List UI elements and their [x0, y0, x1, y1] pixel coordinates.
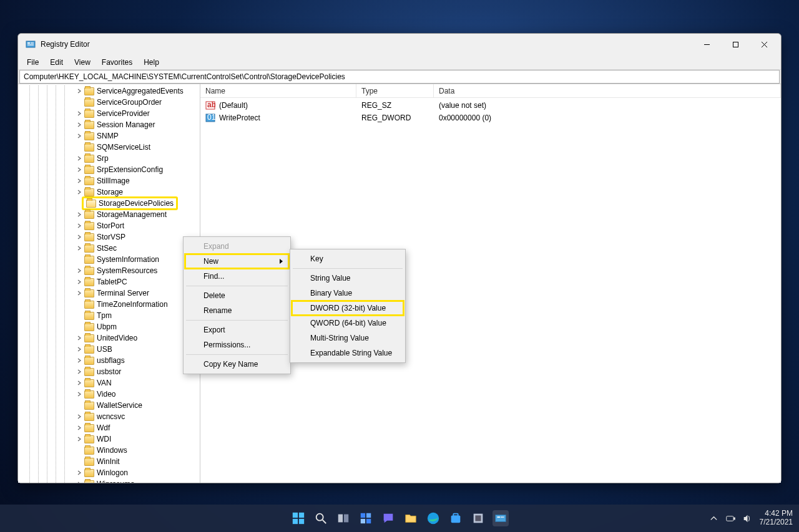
tree-node[interactable]: StorageDevicePolicies: [18, 198, 200, 209]
tree-node[interactable]: wcncsvc: [18, 411, 200, 422]
tree-node[interactable]: StorVSP: [18, 231, 200, 243]
menu-item[interactable]: Multi-String Value: [292, 331, 404, 346]
tree-node[interactable]: WinInit: [18, 456, 200, 467]
menu-item[interactable]: New: [185, 254, 289, 269]
menu-item[interactable]: Export: [185, 322, 289, 337]
tree-node[interactable]: StorageManagement: [18, 209, 200, 220]
chevron-right-icon[interactable]: [76, 211, 83, 218]
chevron-right-icon[interactable]: [76, 132, 83, 140]
chevron-right-icon[interactable]: [76, 346, 83, 353]
chevron-right-icon[interactable]: [76, 188, 83, 196]
minimize-button[interactable]: [692, 35, 721, 54]
chevron-right-icon[interactable]: [76, 267, 83, 274]
tree-node[interactable]: ServiceProvider: [18, 108, 200, 119]
chevron-right-icon[interactable]: [76, 480, 83, 483]
context-menu[interactable]: ExpandNewFind...DeleteRenameExportPermis…: [183, 236, 291, 374]
context-submenu-new[interactable]: KeyString ValueBinary ValueDWORD (32-bit…: [290, 249, 406, 363]
tree-node[interactable]: WDI: [18, 433, 200, 445]
chevron-right-icon[interactable]: [76, 177, 83, 185]
tree-node[interactable]: Video: [18, 389, 200, 400]
chat-icon[interactable]: [380, 510, 396, 526]
tree-node[interactable]: Session Manager: [18, 119, 200, 130]
tree-node[interactable]: USB: [18, 344, 200, 355]
tree-node[interactable]: TabletPC: [18, 276, 200, 288]
chevron-right-icon[interactable]: [76, 155, 83, 162]
menu-edit[interactable]: Edit: [45, 57, 68, 68]
tree-node[interactable]: usbstor: [18, 366, 200, 377]
chevron-right-icon[interactable]: [76, 278, 83, 286]
tree-node[interactable]: Tpm: [18, 310, 200, 321]
tree-node[interactable]: Winresume: [18, 478, 200, 483]
tree-node[interactable]: Winlogon: [18, 467, 200, 478]
menu-item[interactable]: QWORD (64-bit) Value: [292, 316, 404, 331]
tree-node[interactable]: SystemResources: [18, 265, 200, 276]
tree-node[interactable]: Ubpm: [18, 321, 200, 332]
chevron-right-icon[interactable]: [76, 334, 83, 342]
menu-item[interactable]: Delete: [185, 288, 289, 303]
store-icon[interactable]: [448, 510, 464, 526]
chevron-right-icon[interactable]: [76, 244, 83, 252]
chevron-right-icon[interactable]: [76, 121, 83, 128]
tree-node[interactable]: StillImage: [18, 175, 200, 186]
chevron-right-icon[interactable]: [76, 110, 83, 117]
menu-item[interactable]: Key: [292, 251, 404, 266]
battery-icon[interactable]: [726, 514, 735, 523]
menu-favorites[interactable]: Favorites: [97, 57, 137, 68]
value-row[interactable]: ab(Default)REG_SZ(value not set): [200, 99, 781, 112]
chevron-right-icon[interactable]: [76, 413, 83, 420]
tree-node[interactable]: ServiceGroupOrder: [18, 97, 200, 108]
tree-node[interactable]: UnitedVideo: [18, 332, 200, 344]
explorer-icon[interactable]: [403, 510, 419, 526]
chevron-right-icon[interactable]: [76, 424, 83, 432]
tree-node[interactable]: Windows: [18, 445, 200, 456]
chevron-right-icon[interactable]: [76, 390, 83, 398]
tree-node[interactable]: StorPort: [18, 220, 200, 231]
chevron-right-icon[interactable]: [76, 435, 83, 443]
col-type[interactable]: Type: [356, 84, 434, 97]
taskbar[interactable]: 4:42 PM 7/21/2021: [0, 505, 799, 532]
tree-node[interactable]: SrpExtensionConfig: [18, 164, 200, 175]
address-bar[interactable]: Computer\HKEY_LOCAL_MACHINE\SYSTEM\Curre…: [19, 70, 780, 84]
tree-node[interactable]: ServiceAggregatedEvents: [18, 85, 200, 97]
menu-item[interactable]: Find...: [185, 269, 289, 284]
settings-icon[interactable]: [470, 510, 486, 526]
chevron-right-icon[interactable]: [76, 289, 83, 297]
list-header[interactable]: Name Type Data: [200, 84, 781, 98]
taskbar-clock[interactable]: 4:42 PM 7/21/2021: [760, 510, 793, 527]
close-button[interactable]: [750, 35, 778, 54]
widgets-icon[interactable]: [358, 510, 374, 526]
tree-node[interactable]: SNMP: [18, 130, 200, 142]
system-tray[interactable]: 4:42 PM 7/21/2021: [709, 505, 793, 532]
start-icon[interactable]: [290, 510, 306, 526]
menu-item[interactable]: Permissions...: [185, 337, 289, 352]
chevron-right-icon[interactable]: [76, 222, 83, 230]
tree-node[interactable]: SystemInformation: [18, 254, 200, 265]
volume-icon[interactable]: [743, 514, 752, 523]
menu-view[interactable]: View: [69, 57, 96, 68]
tree-node[interactable]: StSec: [18, 243, 200, 254]
tree-node[interactable]: SQMServiceList: [18, 142, 200, 153]
tree-node[interactable]: WalletService: [18, 400, 200, 411]
edge-icon[interactable]: [425, 510, 441, 526]
menu-item[interactable]: String Value: [292, 271, 404, 286]
menu-item[interactable]: Copy Key Name: [185, 357, 289, 372]
menu-file[interactable]: File: [22, 57, 44, 68]
menu-item[interactable]: Rename: [185, 303, 289, 318]
chevron-right-icon[interactable]: [76, 166, 83, 173]
titlebar[interactable]: Registry Editor: [18, 34, 781, 55]
tree-node[interactable]: Terminal Server: [18, 288, 200, 299]
value-row[interactable]: 011WriteProtectREG_DWORD0x00000000 (0): [200, 112, 781, 124]
chevron-right-icon[interactable]: [76, 379, 83, 387]
tree-pane[interactable]: ServiceAggregatedEventsServiceGroupOrder…: [18, 84, 200, 483]
chevron-right-icon[interactable]: [76, 357, 83, 364]
search-icon[interactable]: [313, 510, 329, 526]
regedit-taskbar-icon[interactable]: [493, 510, 509, 526]
maximize-button[interactable]: [721, 35, 750, 54]
menu-item[interactable]: DWORD (32-bit) Value: [292, 301, 404, 316]
tree-node[interactable]: Srp: [18, 153, 200, 164]
tree-node[interactable]: TimeZoneInformation: [18, 299, 200, 310]
col-data[interactable]: Data: [434, 84, 781, 97]
menu-item[interactable]: Expandable String Value: [292, 346, 404, 360]
tray-chevron-up-icon[interactable]: [709, 514, 718, 523]
col-name[interactable]: Name: [200, 84, 356, 97]
